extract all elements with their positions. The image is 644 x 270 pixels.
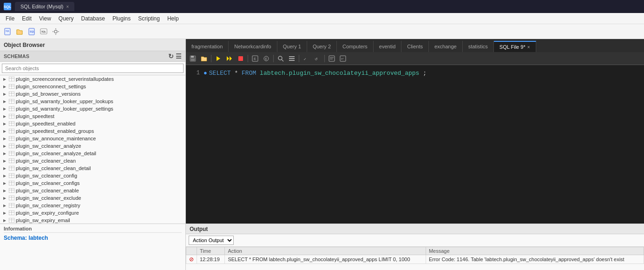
commit-btn[interactable]: ✓ xyxy=(301,53,311,64)
tree-item-label: plugin_sw_ccleaner_enable xyxy=(16,188,79,193)
table-icon-7 xyxy=(8,128,15,134)
content-area: Object Browser SCHEMAS ↻ ☰ ▶ xyxy=(0,39,644,224)
row-icon: ⊘ xyxy=(186,255,197,264)
toolbar-sql-btn1[interactable]: SQL xyxy=(2,26,13,37)
open-editor-btn[interactable] xyxy=(199,53,209,64)
save-editor-btn[interactable] xyxy=(188,53,198,64)
tab-eventid[interactable]: eventid xyxy=(374,41,401,52)
tab-statistics[interactable]: statistics xyxy=(463,41,494,52)
tree-item[interactable]: ▶ plugin_sd_warranty_looker_upper_settin… xyxy=(0,105,185,112)
tab-label: Clients xyxy=(407,44,423,49)
tree-item-label: plugin_sw_ccleaner_analyze xyxy=(16,143,81,149)
toggle-btn[interactable] xyxy=(287,53,297,64)
explain-vis-btn[interactable]: E xyxy=(261,53,271,64)
toolbar-open-btn[interactable] xyxy=(14,26,25,37)
table-icon-4 xyxy=(8,105,15,112)
tabs-bar: fragmentationNetworkcardinfoQuery 1Query… xyxy=(186,39,644,52)
tree-item[interactable]: ▶ plugin_sw_ccleaner_exclude xyxy=(0,194,185,202)
run-all-btn[interactable] xyxy=(224,53,235,64)
main-layout: Object Browser SCHEMAS ↻ ☰ ▶ xyxy=(0,39,644,270)
tree-item[interactable]: ▶ plugin_speedtest_enabled_groups xyxy=(0,127,185,135)
svg-text:↵: ↵ xyxy=(341,57,344,60)
tree-item[interactable]: ▶ plugin_sw_ccleaner_analyze xyxy=(0,142,185,150)
refresh-icon[interactable]: ↻ xyxy=(168,53,174,60)
menu-scripting[interactable]: Scripting xyxy=(134,14,164,23)
table-row: ⊘ 12:28:19 SELECT * FROM labtech.plugin_… xyxy=(186,255,644,264)
tree-item[interactable]: ▶ plugin_sw_ccleaner_enable xyxy=(0,187,185,194)
main-toolbar: SQL SQL SQL xyxy=(0,24,644,39)
tree-item[interactable]: ▶ plugin_screenconnect_serverinstallupda… xyxy=(0,75,185,83)
tree-item[interactable]: ▶ plugin_sd_browser_versions xyxy=(0,90,185,98)
tree-arrow: ▶ xyxy=(2,121,7,126)
svg-rect-87 xyxy=(289,58,295,59)
search-btn[interactable] xyxy=(276,53,286,64)
filter-icon[interactable]: ☰ xyxy=(176,53,182,60)
table-icon-3 xyxy=(8,98,15,105)
rollback-btn[interactable]: ↺ xyxy=(312,53,322,64)
tree-item[interactable]: ▶ plugin_sw_ccleaner_clean_detail xyxy=(0,165,185,172)
tree-arrow: ▶ xyxy=(2,195,7,201)
tree-item[interactable]: ▶ plugin_sd_warranty_looker_upper_lookup… xyxy=(0,98,185,105)
table-icon-11 xyxy=(8,158,15,164)
tree-item[interactable]: ▶ plugin_sw_ccleaner_registry xyxy=(0,202,185,209)
tree-item-label: plugin_sd_browser_versions xyxy=(16,91,80,97)
stop-btn[interactable] xyxy=(236,53,246,64)
tree-item[interactable]: ▶ plugin_speedtest xyxy=(0,112,185,120)
tab-fragmentation[interactable]: fragmentation xyxy=(186,41,229,52)
tree-arrow: ▶ xyxy=(2,151,7,156)
tree-item-label: plugin_speedtest_enabled_groups xyxy=(16,128,94,134)
tab-sql-file-9*[interactable]: SQL File 9*× xyxy=(494,41,536,52)
tab-networkcardinfo[interactable]: Networkcardinfo xyxy=(229,41,277,52)
tab-exchange[interactable]: exchange xyxy=(429,41,463,52)
svg-text:↺: ↺ xyxy=(315,57,318,61)
toolbar-sql-btn3[interactable]: SQL xyxy=(38,26,49,37)
menu-plugins[interactable]: Plugins xyxy=(109,14,134,23)
col-time: Time xyxy=(197,247,225,255)
menu-query[interactable]: Query xyxy=(55,14,78,23)
menu-database[interactable]: Database xyxy=(78,14,109,23)
tab-label: eventid xyxy=(379,44,395,49)
table-icon-1 xyxy=(8,83,15,90)
tree-item[interactable]: ▶ plugin_speedtest_enabled xyxy=(0,120,185,127)
search-input[interactable] xyxy=(2,64,184,73)
toolbar-sep-2 xyxy=(248,55,248,62)
toolbar-sep-3 xyxy=(273,55,274,62)
format-btn[interactable] xyxy=(327,53,337,64)
toolbar-config-btn[interactable] xyxy=(50,26,61,37)
output-select[interactable]: Action Output xyxy=(189,236,234,245)
tree-item[interactable]: ▶ plugin_screenconnect_settings xyxy=(0,83,185,90)
output-results-table: Time Action Message ⊘ 12:28:19 SELECT * … xyxy=(186,247,644,264)
tree-item[interactable]: ▶ plugin_sw_ccleaner_clean xyxy=(0,157,185,165)
title-tab[interactable]: SQL Editor (Mysql) × xyxy=(15,2,74,11)
tree-item[interactable]: ▶ plugin_sw_expiry_email xyxy=(0,217,185,224)
tab-label: Query 2 xyxy=(313,44,331,49)
tab-close-btn[interactable]: × xyxy=(527,45,530,50)
run-btn[interactable] xyxy=(213,53,223,64)
tree-item[interactable]: ▶ plugin_sw_ccleaner_configs xyxy=(0,179,185,187)
tab-query-2[interactable]: Query 2 xyxy=(307,41,337,52)
tab-query-1[interactable]: Query 1 xyxy=(277,41,307,52)
tree-item[interactable]: ▶ plugin_sw_announce_maintenance xyxy=(0,135,185,142)
menu-file[interactable]: File xyxy=(2,14,18,23)
toolbar-sql-btn2[interactable]: SQL xyxy=(26,26,37,37)
title-close-btn[interactable]: × xyxy=(66,4,69,9)
object-browser-header: Object Browser xyxy=(0,39,185,51)
tree-arrow: ▶ xyxy=(2,165,7,171)
tab-label: statistics xyxy=(468,44,488,49)
tree-item[interactable]: ▶ plugin_sw_ccleaner_analyze_detail xyxy=(0,150,185,157)
menu-help[interactable]: Help xyxy=(164,14,183,23)
explain-btn[interactable]: E xyxy=(250,53,260,64)
tab-clients[interactable]: Clients xyxy=(401,41,429,52)
code-editor[interactable]: 1 ● SELECT * FROM labtech.plugin_sw_choc… xyxy=(186,65,644,224)
table-icon-18 xyxy=(8,210,15,216)
tree-item[interactable]: ▶ plugin_sw_expiry_configure xyxy=(0,209,185,217)
tree-item-label: plugin_sw_ccleaner_clean xyxy=(16,158,76,164)
tree-arrow: ▶ xyxy=(2,203,7,208)
col-action: Action xyxy=(225,247,426,255)
svg-marker-78 xyxy=(230,56,232,61)
menu-edit[interactable]: Edit xyxy=(18,14,35,23)
tab-computers[interactable]: Computers xyxy=(337,41,374,52)
tree-item[interactable]: ▶ plugin_sw_ccleaner_config xyxy=(0,172,185,179)
menu-view[interactable]: View xyxy=(35,14,55,23)
wrap-btn[interactable]: ↵ xyxy=(338,53,348,64)
